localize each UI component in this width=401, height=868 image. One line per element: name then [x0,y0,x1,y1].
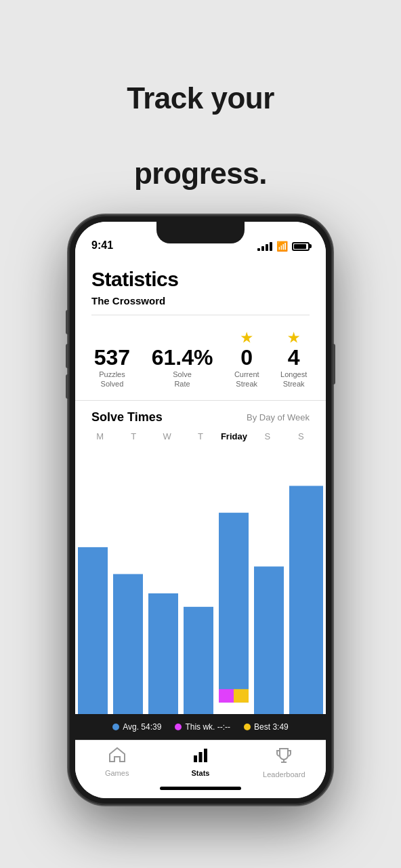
star-placeholder-1 [106,332,118,344]
signal-icon [257,242,272,251]
games-icon [109,747,125,766]
status-time: 9:41 [91,239,113,252]
wifi-icon: 📶 [276,241,288,252]
legend-thisweek-dot [175,724,182,730]
notch [156,222,245,243]
svg-rect-6 [234,689,249,703]
day-S2: S [286,431,316,441]
legend-avg-dot [112,724,119,730]
legend-avg-text: Avg. 54:39 [123,722,161,732]
legend-avg: Avg. 54:39 [112,722,161,732]
stat-value-rate: 61.4% [152,347,213,368]
day-friday: Friday [219,431,249,441]
stats-header: Statistics The Crossword [75,257,326,321]
tab-games[interactable]: Games [90,747,144,777]
phone-screen: 9:41 📶 Statistics The Cr [75,222,326,798]
svg-rect-8 [289,486,323,714]
stat-solve-rate: 61.4% Solve Rate [152,332,213,389]
legend-thisweek-text: This wk. --:-- [185,722,230,732]
solve-times-header: Solve Times By Day of Week [75,401,326,431]
day-T2: T [186,431,215,441]
svg-rect-11 [204,749,207,762]
svg-rect-4 [219,513,249,703]
headline: Track your progress. [127,41,274,191]
day-M: M [85,431,115,441]
svg-rect-5 [219,689,234,703]
legend-best-text: Best 3:49 [254,722,289,732]
headline-line2: progress. [127,157,274,191]
screen-scroll: Statistics The Crossword 537 Puzzles Sol… [75,257,326,740]
svg-rect-2 [148,593,178,714]
home-bar [160,787,241,790]
tab-stats-label: Stats [192,769,210,777]
longest-streak-star [288,332,300,344]
svg-rect-3 [184,607,213,715]
stat-value-longest: 4 [288,347,300,368]
stat-value-current: 0 [240,347,253,368]
stat-label-current: Current Streak [234,370,259,389]
current-streak-star [240,332,253,344]
stat-current-streak: 0 Current Streak [234,332,259,389]
stat-longest-streak: 4 Longest Streak [280,332,307,389]
tab-bar: Games Stats [75,740,326,781]
stat-puzzles-solved: 537 Puzzles Solved [94,332,130,389]
app-content: Statistics The Crossword 537 Puzzles Sol… [75,257,326,740]
legend-best-dot [244,724,251,730]
stats-numbers: 537 Puzzles Solved 61.4% Solve Rate [75,321,326,401]
svg-rect-0 [78,547,108,715]
headline-line1: Track your [127,81,274,116]
stat-label-rate: Solve Rate [173,370,192,389]
battery-fill [294,244,306,249]
solve-times-title: Solve Times [91,410,163,425]
svg-rect-10 [198,752,202,762]
legend-bar: Avg. 54:39 This wk. --:-- Best 3:49 [75,714,326,740]
home-indicator [75,781,326,798]
stats-title: Statistics [91,268,310,291]
svg-rect-1 [113,574,143,714]
tab-leaderboard-label: Leaderboard [263,770,305,778]
battery-icon [292,242,310,251]
stats-icon [192,747,209,766]
crossword-label: The Crossword [91,295,310,315]
stat-label-longest: Longest Streak [280,370,307,389]
tab-games-label: Games [105,769,129,777]
day-labels: M T W T Friday S S [75,431,326,441]
leaderboard-icon [276,747,292,768]
phone-wrapper: 9:41 📶 Statistics The Cr [68,215,333,805]
star-placeholder-2 [176,332,188,344]
day-W: W [152,431,182,441]
legend-best: Best 3:49 [244,722,289,732]
status-icons: 📶 [257,241,310,252]
by-day-label: By Day of Week [247,412,310,422]
stat-label-puzzles: Puzzles Solved [99,370,125,389]
day-S1: S [253,431,282,441]
chart-svg [75,446,326,714]
chart-area [75,446,326,714]
legend-thisweek: This wk. --:-- [175,722,230,732]
svg-rect-7 [254,566,284,714]
svg-rect-9 [194,755,197,762]
tab-leaderboard[interactable]: Leaderboard [257,747,311,778]
day-T1: T [119,431,148,441]
stat-value-puzzles: 537 [94,347,130,368]
tab-stats[interactable]: Stats [173,747,228,777]
